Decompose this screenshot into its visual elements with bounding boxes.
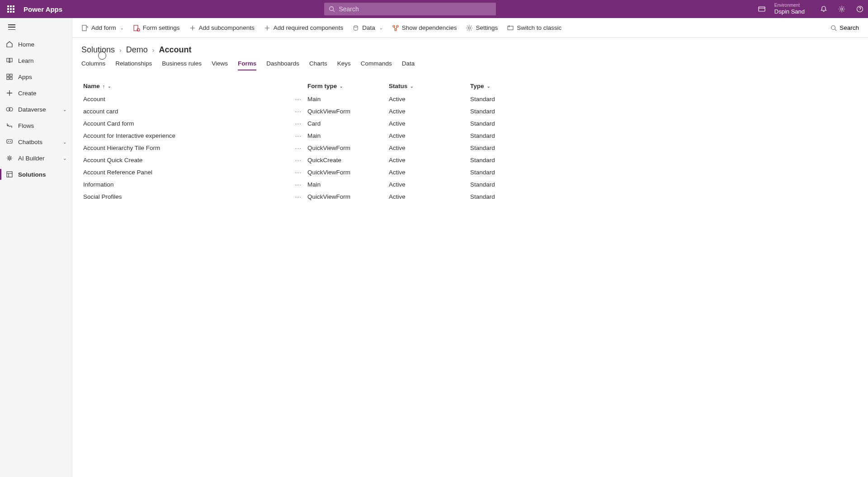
cell-form-type: Main xyxy=(307,96,389,103)
breadcrumb-current: Account xyxy=(159,45,191,55)
chevron-down-icon: ⌄ xyxy=(487,84,491,89)
cmd-settings[interactable]: Settings xyxy=(466,24,498,32)
hamburger-toggle[interactable] xyxy=(0,18,72,36)
cell-status: Active xyxy=(389,169,470,176)
notifications-icon[interactable] xyxy=(819,5,828,14)
table-row[interactable]: Account for Interactive experience···Mai… xyxy=(81,130,859,142)
svg-point-22 xyxy=(395,29,396,31)
nav-solutions[interactable]: Solutions xyxy=(0,166,72,182)
tab-views[interactable]: Views xyxy=(212,60,228,70)
app-launcher-icon[interactable] xyxy=(4,2,18,16)
cmd-label: Add subcomponents xyxy=(199,24,255,31)
nav-home[interactable]: Home xyxy=(0,36,72,52)
nav-learn[interactable]: Learn xyxy=(0,52,72,69)
cell-status: Active xyxy=(389,96,470,103)
cell-name: account card xyxy=(81,108,289,115)
chevron-down-icon: ⌄ xyxy=(63,107,66,112)
cmd-data[interactable]: Data ⌄ xyxy=(352,24,383,32)
plus-icon xyxy=(189,24,196,32)
nav-apps[interactable]: Apps xyxy=(0,69,72,85)
breadcrumb: Solutions › Demo › Account xyxy=(81,45,859,55)
tab-columns[interactable]: Columns xyxy=(81,60,105,70)
row-actions-icon[interactable]: ··· xyxy=(289,181,307,188)
breadcrumb-demo[interactable]: Demo xyxy=(126,45,148,55)
row-actions-icon[interactable]: ··· xyxy=(289,169,307,176)
sort-asc-icon: ↑ xyxy=(103,84,105,89)
gear-icon xyxy=(466,24,473,32)
col-header-form-type[interactable]: Form type ⌄ xyxy=(307,83,389,89)
row-actions-icon[interactable]: ··· xyxy=(289,157,307,164)
apps-icon xyxy=(5,73,14,81)
chevron-down-icon: ⌄ xyxy=(63,156,66,161)
cmd-form-settings[interactable]: Form settings xyxy=(133,24,180,32)
row-actions-icon[interactable]: ··· xyxy=(289,193,307,200)
tab-dashboards[interactable]: Dashboards xyxy=(266,60,299,70)
app-name: Power Apps xyxy=(24,5,62,13)
tab-charts[interactable]: Charts xyxy=(309,60,327,70)
table-row[interactable]: account card···QuickViewFormActiveStanda… xyxy=(81,105,859,117)
svg-point-23 xyxy=(468,27,471,29)
row-actions-icon[interactable]: ··· xyxy=(289,132,307,139)
cell-type: Standard xyxy=(470,108,552,115)
gear-icon[interactable] xyxy=(837,5,846,14)
help-icon[interactable] xyxy=(855,5,864,14)
col-header-type[interactable]: Type ⌄ xyxy=(470,83,552,89)
cell-form-type: QuickViewForm xyxy=(307,169,389,176)
cell-status: Active xyxy=(389,157,470,164)
cell-name: Information xyxy=(81,181,289,188)
tab-forms[interactable]: Forms xyxy=(238,60,256,70)
nav-create[interactable]: Create xyxy=(0,85,72,101)
cell-name: Account Card form xyxy=(81,120,289,127)
tab-business-rules[interactable]: Business rules xyxy=(162,60,202,70)
environment-icon xyxy=(758,5,765,13)
cmd-add-required[interactable]: Add required components xyxy=(264,24,344,32)
table-row[interactable]: Account Hierarchy Tile Form···QuickViewF… xyxy=(81,142,859,154)
main-content: Add form ⌄ Form settings Add subcomponen… xyxy=(72,18,868,477)
tab-data[interactable]: Data xyxy=(402,60,415,70)
table-row[interactable]: Account Quick Create···QuickCreateActive… xyxy=(81,154,859,166)
svg-point-25 xyxy=(831,25,835,29)
col-header-name[interactable]: Name ↑ ⌄ xyxy=(81,83,289,89)
tab-relationships[interactable]: Relationships xyxy=(115,60,152,70)
cmd-label: Show dependencies xyxy=(402,24,457,31)
row-actions-icon[interactable]: ··· xyxy=(289,96,307,103)
ai-builder-icon xyxy=(5,154,14,162)
svg-rect-17 xyxy=(134,25,138,31)
nav-dataverse[interactable]: Dataverse ⌄ xyxy=(0,101,72,117)
global-search[interactable]: Search xyxy=(324,3,496,15)
svg-line-1 xyxy=(333,10,335,12)
cell-type: Standard xyxy=(470,157,552,164)
cmd-add-subcomponents[interactable]: Add subcomponents xyxy=(189,24,255,32)
row-actions-icon[interactable]: ··· xyxy=(289,145,307,151)
nav-ai-builder[interactable]: AI Builder ⌄ xyxy=(0,150,72,166)
svg-point-0 xyxy=(330,7,334,11)
cell-form-type: QuickViewForm xyxy=(307,145,389,151)
svg-point-20 xyxy=(393,25,395,27)
chevron-down-icon: ⌄ xyxy=(340,84,343,89)
svg-point-12 xyxy=(8,141,9,142)
row-actions-icon[interactable]: ··· xyxy=(289,120,307,127)
cmd-add-form[interactable]: Add form ⌄ xyxy=(81,24,124,32)
learn-icon xyxy=(5,56,14,65)
col-header-status[interactable]: Status ⌄ xyxy=(389,83,470,89)
row-actions-icon[interactable]: ··· xyxy=(289,108,307,115)
tab-commands[interactable]: Commands xyxy=(361,60,392,70)
tab-keys[interactable]: Keys xyxy=(337,60,351,70)
nav-chatbots[interactable]: Chatbots ⌄ xyxy=(0,134,72,150)
nav-flows[interactable]: Flows xyxy=(0,117,72,134)
table-row[interactable]: Account Reference Panel···QuickViewFormA… xyxy=(81,166,859,178)
dependencies-icon xyxy=(392,24,399,32)
table-row[interactable]: Account···MainActiveStandard xyxy=(81,93,859,105)
table-row[interactable]: Account Card form···CardActiveStandard xyxy=(81,117,859,130)
cmd-search[interactable]: Search xyxy=(830,24,859,31)
cell-type: Standard xyxy=(470,181,552,188)
table-row[interactable]: Information···MainActiveStandard xyxy=(81,178,859,191)
table-row[interactable]: Social Profiles···QuickViewFormActiveSta… xyxy=(81,191,859,203)
chevron-down-icon: ⌄ xyxy=(379,26,383,30)
chevron-down-icon: ⌄ xyxy=(63,140,66,145)
environment-picker[interactable]: Environment Dspin Sand xyxy=(774,3,805,15)
svg-rect-8 xyxy=(10,77,12,80)
cmd-show-dependencies[interactable]: Show dependencies xyxy=(392,24,457,32)
cmd-switch-classic[interactable]: Switch to classic xyxy=(507,24,561,32)
cell-form-type: QuickViewForm xyxy=(307,108,389,115)
